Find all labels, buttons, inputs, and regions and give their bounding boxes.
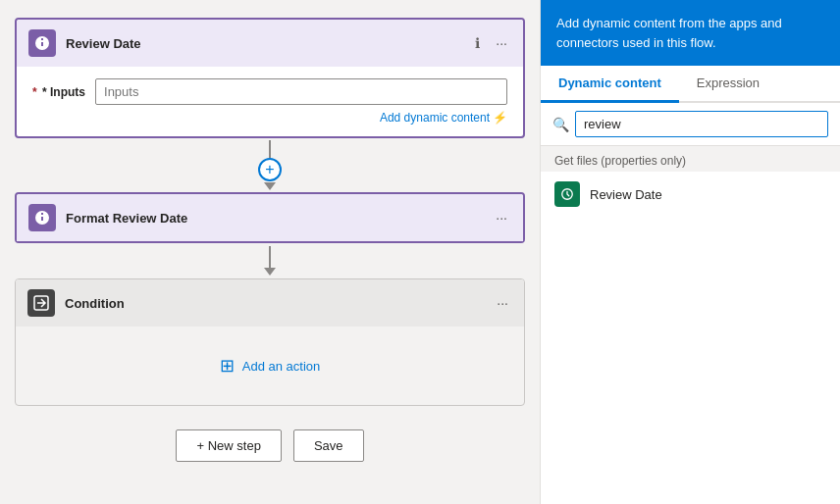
- panel-search-row: 🔍: [541, 103, 840, 146]
- connector-line-1: [269, 140, 271, 158]
- condition-card: Condition ··· ⊞ Add an action: [15, 278, 525, 406]
- review-date-header: Review Date ℹ ···: [17, 20, 523, 67]
- new-step-button[interactable]: + New step: [176, 429, 281, 462]
- format-review-date-title: Format Review Date: [66, 211, 492, 226]
- bottom-buttons: + New step Save: [176, 429, 363, 462]
- tab-dynamic-content[interactable]: Dynamic content: [541, 66, 679, 103]
- review-date-result[interactable]: Review Date: [541, 172, 840, 217]
- condition-more-button[interactable]: ···: [493, 293, 512, 313]
- review-date-actions: ℹ ···: [471, 33, 511, 53]
- result-icon: [554, 181, 580, 207]
- more-options-button[interactable]: ···: [492, 33, 511, 53]
- review-date-body: * * Inputs Add dynamic content ⚡: [17, 67, 523, 136]
- section-label: Get files (properties only): [541, 146, 840, 172]
- connector-line-2: [269, 246, 271, 268]
- search-icon: 🔍: [552, 117, 569, 132]
- connector-1: +: [258, 140, 282, 190]
- inputs-label: * * Inputs: [32, 85, 85, 99]
- format-review-date-icon: [28, 204, 56, 231]
- add-dynamic-content-button[interactable]: Add dynamic content ⚡: [380, 111, 507, 125]
- inputs-row: * * Inputs: [32, 78, 507, 105]
- condition-body: ⊞ Add an action: [16, 327, 524, 405]
- add-action-icon: ⊞: [220, 355, 235, 377]
- condition-actions: ···: [493, 293, 512, 313]
- panel-header: Add dynamic content from the apps and co…: [541, 0, 840, 66]
- result-label: Review Date: [590, 187, 662, 202]
- dynamic-content-link: Add dynamic content ⚡: [32, 111, 507, 125]
- connector-arrow-1: [264, 182, 276, 190]
- format-review-date-header: Format Review Date ···: [17, 194, 523, 241]
- condition-icon: [27, 289, 55, 317]
- review-date-icon: [28, 29, 56, 57]
- info-button[interactable]: ℹ: [471, 33, 484, 53]
- panel-tabs: Dynamic content Expression: [541, 66, 840, 103]
- save-button[interactable]: Save: [293, 429, 364, 462]
- inputs-field[interactable]: [95, 78, 507, 105]
- dynamic-content-panel: Add dynamic content from the apps and co…: [540, 0, 840, 504]
- format-more-button[interactable]: ···: [492, 208, 511, 227]
- format-review-date-card: Format Review Date ···: [15, 192, 525, 243]
- tab-expression[interactable]: Expression: [679, 66, 777, 103]
- review-date-title: Review Date: [66, 36, 471, 51]
- condition-header: Condition ···: [16, 279, 524, 327]
- search-input[interactable]: [575, 111, 828, 137]
- flow-canvas: Review Date ℹ ··· * * Inputs Add: [0, 0, 540, 504]
- panel-header-text: Add dynamic content from the apps and co…: [556, 16, 782, 50]
- add-step-button-1[interactable]: +: [258, 158, 282, 181]
- condition-title: Condition: [65, 296, 493, 311]
- add-action-button[interactable]: ⊞ Add an action: [206, 347, 335, 384]
- connector-arrow-2: [264, 268, 276, 276]
- format-review-date-actions: ···: [492, 208, 511, 227]
- connector-2: [264, 246, 276, 276]
- review-date-card: Review Date ℹ ··· * * Inputs Add: [15, 18, 525, 138]
